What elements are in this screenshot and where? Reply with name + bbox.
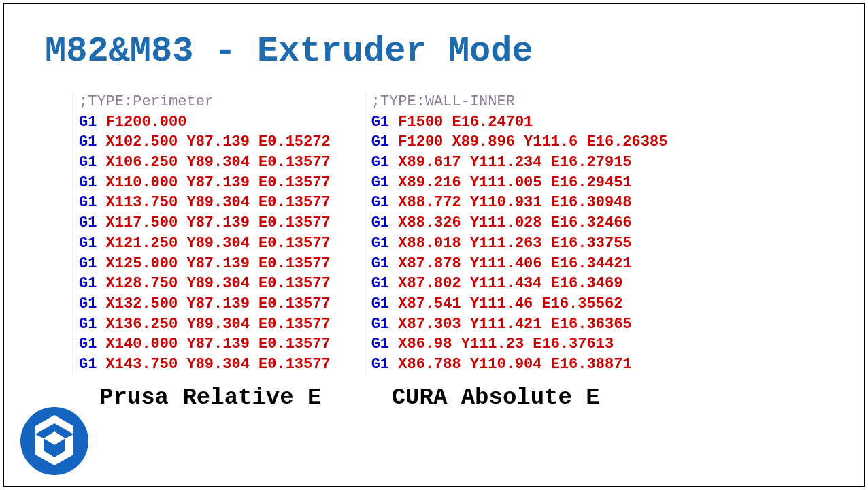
gcode-params: X87.802 Y111.434 E16.3469 xyxy=(398,275,622,292)
gcode-command: G1 xyxy=(371,255,389,272)
gcode-params: X89.216 Y111.005 E16.29451 xyxy=(398,174,631,191)
gcode-line: G1 X87.802 Y111.434 E16.3469 xyxy=(371,274,668,294)
gcode-line: G1 X89.216 Y111.005 E16.29451 xyxy=(371,173,668,193)
gcode-command: G1 xyxy=(79,214,97,231)
gcode-line: G1 X88.018 Y111.263 E16.33755 xyxy=(371,233,668,254)
gcode-line: G1 X87.541 Y111.46 E16.35562 xyxy=(371,294,668,314)
slide: M82&M83 - Extruder Mode ;TYPE:Perimeter … xyxy=(3,3,865,487)
gcode-line: G1 X113.750 Y89.304 E0.13577 xyxy=(79,193,331,213)
gcode-params: X88.018 Y111.263 E16.33755 xyxy=(398,235,631,252)
gcode-command: G1 xyxy=(371,114,389,131)
left-column: ;TYPE:Perimeter G1 F1200.000G1 X102.500 … xyxy=(72,92,331,410)
gcode-params: X110.000 Y87.139 E0.13577 xyxy=(106,174,331,191)
gcode-params: F1200 X89.896 Y111.6 E16.26385 xyxy=(398,133,667,150)
gcode-command: G1 xyxy=(79,114,97,131)
gcode-line: G1 X106.250 Y89.304 E0.13577 xyxy=(79,152,331,173)
gcode-comment: ;TYPE:Perimeter xyxy=(79,92,331,112)
gcode-params: X87.303 Y111.421 E16.36365 xyxy=(398,316,631,333)
gcode-command: G1 xyxy=(79,295,97,312)
gcode-command: G1 xyxy=(371,194,389,211)
gcode-line: G1 X88.326 Y111.028 E16.32466 xyxy=(371,213,668,233)
right-code-block: ;TYPE:WALL-INNER G1 F1500 E16.24701G1 F1… xyxy=(365,92,668,375)
gcode-command: G1 xyxy=(79,174,97,191)
page-title: M82&M83 - Extruder Mode xyxy=(45,31,823,71)
gcode-params: F1200.000 xyxy=(106,114,187,131)
gcode-params: X128.750 Y89.304 E0.13577 xyxy=(106,275,331,292)
gcode-line: G1 X87.878 Y111.406 E16.34421 xyxy=(371,254,668,274)
gcode-line: G1 X110.000 Y87.139 E0.13577 xyxy=(79,173,331,193)
gcode-command: G1 xyxy=(79,336,97,353)
gcode-command: G1 xyxy=(79,255,97,272)
columns: ;TYPE:Perimeter G1 F1200.000G1 X102.500 … xyxy=(45,92,823,410)
gcode-command: G1 xyxy=(79,275,97,292)
brand-logo-icon xyxy=(20,407,88,475)
gcode-command: G1 xyxy=(79,133,97,150)
gcode-params: X106.250 Y89.304 E0.13577 xyxy=(106,154,331,171)
gcode-command: G1 xyxy=(371,154,389,171)
gcode-command: G1 xyxy=(371,174,389,191)
gcode-params: X140.000 Y87.139 E0.13577 xyxy=(106,336,331,353)
gcode-command: G1 xyxy=(371,336,389,353)
left-caption: Prusa Relative E xyxy=(99,385,331,410)
gcode-line: G1 F1200 X89.896 Y111.6 E16.26385 xyxy=(371,132,668,152)
gcode-line: G1 X128.750 Y89.304 E0.13577 xyxy=(79,274,331,294)
gcode-params: X88.772 Y110.931 E16.30948 xyxy=(398,194,631,211)
gcode-params: X143.750 Y89.304 E0.13577 xyxy=(106,356,331,373)
gcode-command: G1 xyxy=(79,356,97,373)
gcode-line: G1 X125.000 Y87.139 E0.13577 xyxy=(79,254,331,274)
gcode-line: G1 X102.500 Y87.139 E0.15272 xyxy=(79,132,331,152)
gcode-params: X125.000 Y87.139 E0.13577 xyxy=(106,255,331,272)
gcode-params: X132.500 Y87.139 E0.13577 xyxy=(106,295,331,312)
gcode-line: G1 X87.303 Y111.421 E16.36365 xyxy=(371,314,668,335)
gcode-line: G1 X132.500 Y87.139 E0.13577 xyxy=(79,294,331,314)
gcode-command: G1 xyxy=(79,235,97,252)
gcode-params: X86.788 Y110.904 E16.38871 xyxy=(398,356,631,373)
gcode-line: G1 X117.500 Y87.139 E0.13577 xyxy=(79,213,331,233)
gcode-line: G1 X136.250 Y89.304 E0.13577 xyxy=(79,314,331,335)
gcode-command: G1 xyxy=(79,154,97,171)
gcode-line: G1 X143.750 Y89.304 E0.13577 xyxy=(79,355,331,375)
gcode-comment: ;TYPE:WALL-INNER xyxy=(371,92,668,112)
gcode-line: G1 F1500 E16.24701 xyxy=(371,112,668,133)
gcode-command: G1 xyxy=(371,133,389,150)
gcode-command: G1 xyxy=(371,235,389,252)
gcode-command: G1 xyxy=(371,275,389,292)
gcode-line: G1 X121.250 Y89.304 E0.13577 xyxy=(79,233,331,254)
gcode-line: G1 X88.772 Y110.931 E16.30948 xyxy=(371,193,668,213)
gcode-command: G1 xyxy=(79,194,97,211)
gcode-command: G1 xyxy=(371,295,389,312)
left-code-block: ;TYPE:Perimeter G1 F1200.000G1 X102.500 … xyxy=(72,92,331,375)
gcode-command: G1 xyxy=(371,214,389,231)
gcode-command: G1 xyxy=(79,316,97,333)
gcode-params: X88.326 Y111.028 E16.32466 xyxy=(398,214,631,231)
right-caption: CURA Absolute E xyxy=(392,385,668,410)
gcode-params: F1500 E16.24701 xyxy=(398,114,533,131)
gcode-line: G1 X86.98 Y111.23 E16.37613 xyxy=(371,334,668,355)
gcode-command: G1 xyxy=(371,356,389,373)
gcode-command: G1 xyxy=(371,316,389,333)
gcode-params: X87.541 Y111.46 E16.35562 xyxy=(398,295,622,312)
gcode-params: X136.250 Y89.304 E0.13577 xyxy=(106,316,331,333)
gcode-line: G1 F1200.000 xyxy=(79,112,331,133)
gcode-params: X113.750 Y89.304 E0.13577 xyxy=(106,194,331,211)
gcode-params: X87.878 Y111.406 E16.34421 xyxy=(398,255,631,272)
gcode-line: G1 X140.000 Y87.139 E0.13577 xyxy=(79,334,331,355)
gcode-params: X117.500 Y87.139 E0.13577 xyxy=(106,214,331,231)
gcode-line: G1 X89.617 Y111.234 E16.27915 xyxy=(371,152,668,173)
right-column: ;TYPE:WALL-INNER G1 F1500 E16.24701G1 F1… xyxy=(365,92,668,410)
gcode-params: X86.98 Y111.23 E16.37613 xyxy=(398,336,614,353)
gcode-params: X121.250 Y89.304 E0.13577 xyxy=(106,235,331,252)
gcode-params: X89.617 Y111.234 E16.27915 xyxy=(398,154,631,171)
gcode-line: G1 X86.788 Y110.904 E16.38871 xyxy=(371,355,668,375)
gcode-params: X102.500 Y87.139 E0.15272 xyxy=(106,133,331,150)
